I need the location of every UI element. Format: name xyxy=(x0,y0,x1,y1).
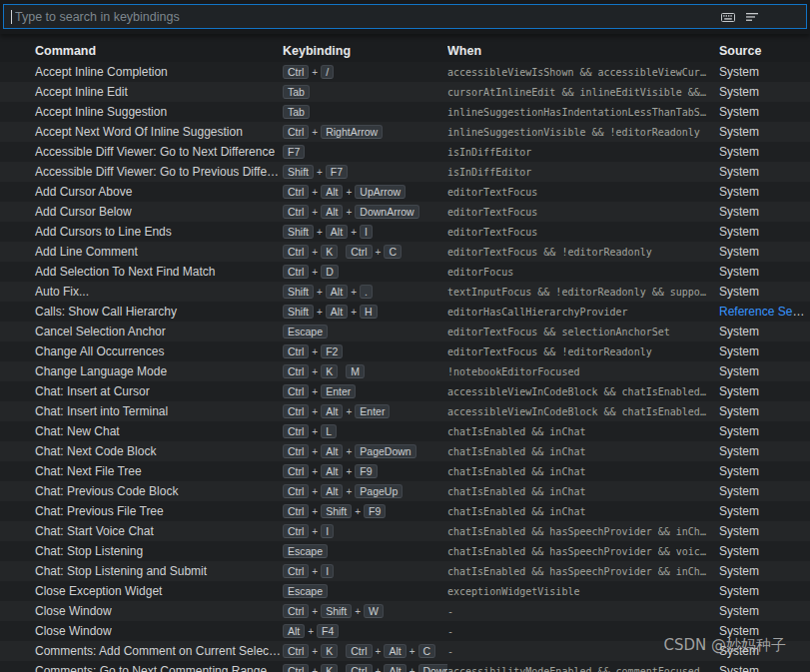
keybindings-row[interactable]: Chat: Start Voice ChatCtrl+IchatIsEnable… xyxy=(0,521,810,541)
source-cell: System xyxy=(719,205,810,219)
when-cell: editorTextFocus xyxy=(447,207,719,218)
keycap: Ctrl xyxy=(283,344,309,358)
key-separator: + xyxy=(346,207,352,218)
keybindings-row[interactable]: Accept Inline CompletionCtrl+/accessible… xyxy=(0,62,810,82)
keybinding-cell: Ctrl+Alt+UpArrow xyxy=(283,185,447,199)
keybindings-row[interactable]: Accessible Diff Viewer: Go to Previous D… xyxy=(0,162,810,182)
keycap: Alt xyxy=(326,305,348,319)
header-command: Command xyxy=(35,44,283,58)
key-separator: + xyxy=(312,566,318,577)
keybindings-row[interactable]: Add Selection To Next Find MatchCtrl+Ded… xyxy=(0,262,810,282)
source-label: System xyxy=(719,544,759,558)
keybindings-row[interactable]: Add Cursors to Line EndsShift+Alt+Iedito… xyxy=(0,222,810,242)
keybindings-row[interactable]: Accessible Diff Viewer: Go to Next Diffe… xyxy=(0,142,810,162)
keybindings-row[interactable]: Add Line CommentCtrl+KCtrl+CeditorTextFo… xyxy=(0,242,810,262)
keybindings-row[interactable]: Chat: Next File TreeCtrl+Alt+F9chatIsEna… xyxy=(0,461,810,481)
keybindings-row[interactable]: Comments: Go to Next Commenting RangeCtr… xyxy=(0,661,810,672)
command-cell: Chat: Start Voice Chat xyxy=(35,524,283,538)
command-cell: Comments: Go to Next Commenting Range xyxy=(35,664,283,672)
key-separator: + xyxy=(308,626,314,637)
keycap: Alt xyxy=(326,285,348,299)
sort-by-precedence-button[interactable] xyxy=(742,7,762,27)
source-cell: System xyxy=(719,484,810,498)
keycap: Ctrl xyxy=(283,664,309,672)
keybindings-row[interactable]: Accept Next Word Of Inline SuggestionCtr… xyxy=(0,122,810,142)
command-cell: Chat: Previous File Tree xyxy=(35,504,283,518)
keycap: Ctrl xyxy=(283,424,309,438)
keybindings-row[interactable]: Close WindowAlt+F4-System xyxy=(0,621,810,641)
keycap: C xyxy=(418,644,436,658)
keybindings-row[interactable]: Change Language ModeCtrl+KM!notebookEdit… xyxy=(0,361,810,381)
source-label: System xyxy=(719,65,759,79)
keybindings-row[interactable]: Chat: Stop ListeningEscapechatIsEnabled … xyxy=(0,541,810,561)
source-label: System xyxy=(719,444,759,458)
key-separator: + xyxy=(351,307,357,318)
keybindings-row[interactable]: Comments: Add Comment on Current Selecti… xyxy=(0,641,810,661)
keybindings-search-box[interactable]: Type to search in keybindings xyxy=(3,4,807,29)
keybinding-cell: Shift+F7 xyxy=(283,165,447,179)
when-cell: inlineSuggestionVisible && !editorReadon… xyxy=(447,127,719,138)
keybindings-row[interactable]: Accept Inline EditTabcursorAtInlineEdit … xyxy=(0,82,810,102)
keybindings-row[interactable]: Auto Fix...Shift+Alt+.textInputFocus && … xyxy=(0,282,810,302)
key-separator: + xyxy=(312,466,318,477)
command-cell: Comments: Add Comment on Current Selecti… xyxy=(35,644,283,658)
keybindings-row[interactable]: Add Cursor AboveCtrl+Alt+UpArroweditorTe… xyxy=(0,182,810,202)
keybindings-row[interactable]: Chat: New ChatCtrl+LchatIsEnabled && inC… xyxy=(0,421,810,441)
keybindings-row[interactable]: Accept Inline SuggestionTabinlineSuggest… xyxy=(0,102,810,122)
keybindings-row[interactable]: Change All OccurrencesCtrl+F2editorTextF… xyxy=(0,341,810,361)
source-label: System xyxy=(719,604,759,618)
keycap: Shift xyxy=(283,305,314,319)
keybinding-cell: Ctrl+Shift+W xyxy=(283,604,447,618)
source-cell: System xyxy=(719,125,810,139)
when-cell: editorTextFocus xyxy=(447,187,719,198)
keycap: F2 xyxy=(321,344,343,358)
keybinding-cell: Ctrl+Shift+F9 xyxy=(283,504,447,518)
key-separator: + xyxy=(317,307,323,318)
keybindings-row[interactable]: Chat: Stop Listening and SubmitCtrl+Icha… xyxy=(0,561,810,581)
keycap: I xyxy=(360,225,373,239)
keycap: F4 xyxy=(317,624,339,638)
record-keys-button[interactable] xyxy=(718,7,738,27)
command-cell: Close Exception Widget xyxy=(35,584,283,598)
keybindings-row[interactable]: Chat: Previous File TreeCtrl+Shift+F9cha… xyxy=(0,501,810,521)
keycap: Alt xyxy=(321,444,343,458)
keycap: Alt xyxy=(326,225,348,239)
source-label: System xyxy=(719,564,759,578)
source-label: System xyxy=(719,145,759,159)
source-label: System xyxy=(719,185,759,199)
keybindings-row[interactable]: Chat: Next Code BlockCtrl+Alt+PageDownch… xyxy=(0,441,810,461)
when-cell: isInDiffEditor xyxy=(447,147,719,158)
command-cell: Add Line Comment xyxy=(35,245,283,259)
source-label: System xyxy=(719,484,759,498)
keybindings-row[interactable]: Add Cursor BelowCtrl+Alt+DownArroweditor… xyxy=(0,202,810,222)
when-cell: editorTextFocus xyxy=(447,227,719,238)
keybinding-cell: Ctrl+F2 xyxy=(283,344,447,358)
keycap: L xyxy=(321,424,337,438)
keybindings-row[interactable]: Chat: Previous Code BlockCtrl+Alt+PageUp… xyxy=(0,481,810,501)
keycap: DownArrow xyxy=(355,205,418,219)
keybinding-cell: Ctrl+I xyxy=(283,524,447,538)
source-link[interactable]: Reference Search V… xyxy=(719,305,810,319)
keycap: Ctrl xyxy=(283,185,309,199)
keycap: Ctrl xyxy=(346,664,372,672)
command-cell: Cancel Selection Anchor xyxy=(35,325,283,338)
keycap: Ctrl xyxy=(283,265,309,279)
source-cell: System xyxy=(719,265,810,279)
keybinding-cell: Tab xyxy=(283,105,447,119)
keybindings-row[interactable]: Calls: Show Call HierarchyShift+Alt+Hedi… xyxy=(0,302,810,322)
keycap: Tab xyxy=(283,105,310,119)
source-cell: System xyxy=(719,384,810,398)
keybindings-row[interactable]: Close Exception WidgetEscapeexceptionWid… xyxy=(0,581,810,601)
keybindings-row[interactable]: Chat: Insert into TerminalCtrl+Alt+Enter… xyxy=(0,401,810,421)
key-separator: + xyxy=(312,486,318,497)
keybindings-row[interactable]: Cancel Selection AnchorEscapeeditorTextF… xyxy=(0,322,810,341)
key-separator: + xyxy=(312,646,318,657)
keybindings-row[interactable]: Close WindowCtrl+Shift+W-System xyxy=(0,601,810,621)
command-cell: Accept Inline Completion xyxy=(35,65,283,79)
source-label: System xyxy=(719,205,759,219)
keybindings-row[interactable]: Chat: Insert at CursorCtrl+Enteraccessib… xyxy=(0,381,810,401)
header-when: When xyxy=(447,44,719,58)
command-cell: Accept Inline Suggestion xyxy=(35,105,283,119)
key-separator: + xyxy=(376,247,382,258)
keycap: F7 xyxy=(283,145,305,159)
